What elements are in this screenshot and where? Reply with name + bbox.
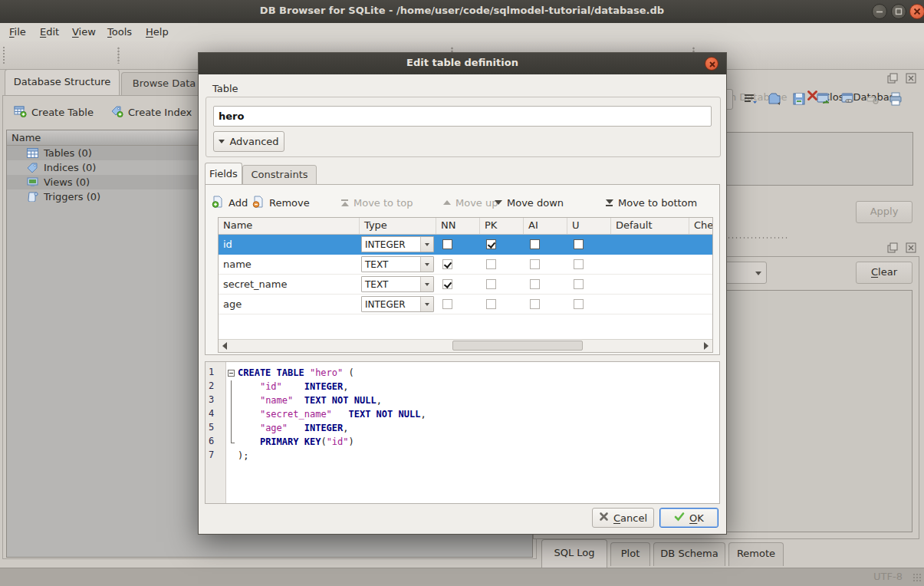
type-combobox[interactable]: INTEGER bbox=[361, 296, 434, 312]
check-cell[interactable] bbox=[689, 295, 713, 314]
u-checkbox[interactable] bbox=[574, 279, 584, 289]
minimize-icon[interactable] bbox=[872, 4, 887, 19]
column-header-type[interactable]: Type bbox=[360, 218, 436, 234]
move-up-button[interactable]: Move up bbox=[442, 193, 498, 212]
maximize-icon[interactable] bbox=[891, 4, 906, 19]
save-icon[interactable] bbox=[791, 91, 807, 107]
move-down-button[interactable]: Move down bbox=[494, 193, 564, 212]
default-cell[interactable] bbox=[611, 275, 689, 294]
dock-close-icon[interactable] bbox=[906, 242, 916, 253]
chevron-down-icon[interactable] bbox=[420, 257, 433, 272]
type-combobox[interactable]: TEXT bbox=[361, 256, 434, 272]
check-cell[interactable] bbox=[689, 255, 713, 274]
dock-splitter-handle[interactable] bbox=[727, 236, 788, 239]
chevron-down-icon[interactable] bbox=[420, 297, 433, 311]
bottom-tab-remote[interactable]: Remote bbox=[728, 542, 784, 566]
create-table-button[interactable]: Create Table bbox=[14, 102, 94, 122]
check-cell[interactable] bbox=[689, 235, 713, 254]
menu-view[interactable]: View bbox=[69, 25, 99, 38]
scrollbar-thumb[interactable] bbox=[452, 341, 583, 351]
default-cell[interactable] bbox=[611, 255, 689, 274]
sql-preview-editor[interactable]: 1CREATE TABLE "hero" (2 "id" INTEGER,3 "… bbox=[205, 361, 720, 504]
pk-checkbox[interactable] bbox=[486, 279, 496, 289]
field-name-cell[interactable]: name bbox=[219, 255, 360, 274]
tab-browse-data[interactable]: Browse Data bbox=[121, 72, 207, 95]
nn-checkbox[interactable] bbox=[442, 239, 452, 249]
dock-float-icon[interactable] bbox=[887, 242, 898, 253]
bottom-tab-plot[interactable]: Plot bbox=[610, 542, 650, 566]
ok-button[interactable]: OK bbox=[659, 508, 718, 528]
null-icon[interactable] bbox=[865, 91, 880, 107]
resize-grip[interactable] bbox=[912, 573, 922, 582]
nn-checkbox[interactable] bbox=[442, 299, 452, 309]
move-to-top-button[interactable]: Move to top bbox=[340, 193, 413, 212]
tab-constraints[interactable]: Constraints bbox=[242, 165, 317, 185]
pk-checkbox[interactable] bbox=[486, 259, 496, 269]
bottom-tab-sql-log[interactable]: SQL Log bbox=[541, 539, 607, 568]
type-combobox[interactable]: INTEGER bbox=[361, 236, 434, 252]
tab-database-structure[interactable]: Database Structure bbox=[5, 69, 120, 95]
ai-checkbox[interactable] bbox=[530, 259, 540, 269]
column-header-ai[interactable]: AI bbox=[524, 218, 567, 234]
menu-tools[interactable]: Tools bbox=[104, 25, 135, 38]
nn-checkbox[interactable] bbox=[442, 279, 452, 289]
bottom-tab-db-schema[interactable]: DB Schema bbox=[653, 542, 725, 566]
apply-button[interactable]: Apply bbox=[856, 201, 912, 223]
word-wrap-icon[interactable] bbox=[743, 91, 758, 107]
column-header-default[interactable]: Default bbox=[611, 218, 689, 234]
add-field-button[interactable]: Add bbox=[212, 193, 248, 212]
field-row-id[interactable]: idINTEGER bbox=[219, 235, 712, 255]
ai-checkbox[interactable] bbox=[530, 299, 540, 309]
table-name-input[interactable] bbox=[213, 106, 712, 127]
menu-file[interactable]: File bbox=[6, 25, 29, 38]
chevron-down-icon[interactable] bbox=[420, 277, 433, 291]
default-cell[interactable] bbox=[611, 235, 689, 254]
import-icon[interactable] bbox=[767, 91, 782, 107]
dock-close-icon[interactable] bbox=[906, 73, 916, 84]
column-header-pk[interactable]: PK bbox=[480, 218, 524, 234]
export-icon[interactable] bbox=[816, 91, 831, 107]
tab-fields[interactable]: Fields bbox=[205, 163, 242, 185]
default-cell[interactable] bbox=[611, 295, 689, 314]
ai-checkbox[interactable] bbox=[530, 239, 540, 249]
dialog-titlebar[interactable]: Edit table definition bbox=[199, 53, 726, 74]
create-index-button[interactable]: Create Index bbox=[110, 102, 192, 122]
cancel-button[interactable]: Cancel bbox=[592, 508, 654, 528]
toolbar-drag-handle[interactable] bbox=[2, 46, 6, 64]
link-icon[interactable] bbox=[840, 91, 856, 107]
menu-help[interactable]: Help bbox=[143, 25, 172, 38]
print-icon[interactable] bbox=[888, 91, 903, 107]
nn-checkbox[interactable] bbox=[442, 259, 452, 269]
field-name-cell[interactable]: id bbox=[219, 235, 360, 254]
type-combobox[interactable]: TEXT bbox=[361, 276, 434, 292]
u-checkbox[interactable] bbox=[574, 239, 584, 249]
advanced-button[interactable]: Advanced bbox=[213, 131, 284, 152]
column-header-u[interactable]: U bbox=[567, 218, 611, 234]
scroll-right-icon[interactable] bbox=[704, 342, 709, 350]
scroll-left-icon[interactable] bbox=[222, 342, 227, 350]
ai-checkbox[interactable] bbox=[530, 279, 540, 289]
menu-edit[interactable]: Edit bbox=[37, 25, 62, 38]
dock-float-icon[interactable] bbox=[887, 73, 898, 84]
move-to-bottom-button[interactable]: Move to bottom bbox=[605, 193, 697, 212]
u-checkbox[interactable] bbox=[574, 299, 584, 309]
pk-checkbox[interactable] bbox=[486, 299, 496, 309]
u-checkbox[interactable] bbox=[574, 259, 584, 269]
column-header-nn[interactable]: NN bbox=[436, 218, 480, 234]
close-icon[interactable] bbox=[909, 4, 924, 19]
field-row-secret_name[interactable]: secret_nameTEXT bbox=[219, 275, 712, 295]
dialog-close-icon[interactable] bbox=[705, 57, 718, 71]
chevron-down-icon[interactable] bbox=[420, 237, 433, 252]
field-name-cell[interactable]: age bbox=[219, 295, 360, 314]
column-header-check[interactable]: Check bbox=[689, 218, 713, 234]
pk-checkbox[interactable] bbox=[486, 239, 496, 249]
field-name-cell[interactable]: secret_name bbox=[219, 275, 360, 294]
column-header-name[interactable]: Name bbox=[219, 218, 360, 234]
horizontal-scrollbar[interactable] bbox=[219, 339, 712, 352]
check-cell[interactable] bbox=[689, 275, 713, 294]
field-row-name[interactable]: nameTEXT bbox=[219, 255, 712, 275]
clear-button[interactable]: Clear bbox=[856, 262, 912, 284]
remove-field-button[interactable]: Remove bbox=[252, 193, 310, 212]
fold-collapse-icon[interactable] bbox=[228, 370, 235, 377]
field-row-age[interactable]: ageINTEGER bbox=[219, 295, 712, 314]
